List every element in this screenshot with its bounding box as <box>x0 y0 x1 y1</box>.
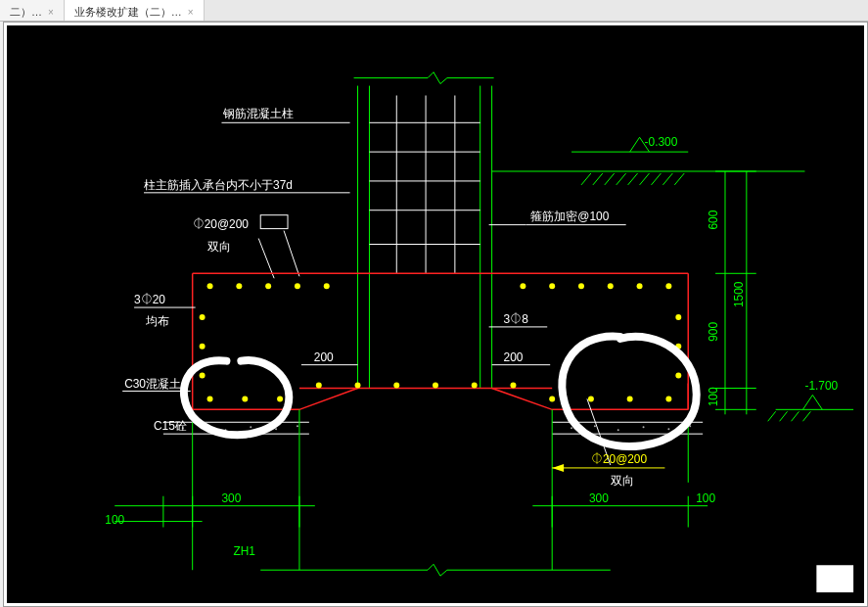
svg-point-23 <box>627 396 633 401</box>
dim-100c: 100 <box>696 491 715 505</box>
svg-point-5 <box>324 283 330 289</box>
stirrup-ticks <box>369 122 480 244</box>
label-tie: 3⏀8 <box>504 312 529 326</box>
label-left-bar: 3⏀20 <box>134 293 165 306</box>
svg-point-39 <box>617 429 619 431</box>
dim-1500: 1500 <box>732 281 746 307</box>
svg-point-15 <box>316 383 322 389</box>
svg-point-13 <box>242 396 248 401</box>
svg-point-37 <box>571 427 572 429</box>
svg-point-24 <box>665 396 671 401</box>
tab-2-label: 业务楼改扩建（二）… <box>74 5 182 20</box>
svg-point-30 <box>675 373 681 379</box>
ucs-icon <box>816 565 853 592</box>
svg-point-1 <box>207 283 213 289</box>
dim-haunch: 200 200 <box>301 350 550 365</box>
tab-bar: 二）… × 业务楼改扩建（二）… × <box>0 0 868 22</box>
svg-point-17 <box>393 383 399 389</box>
bottom-dims: 300 100 300 100 ZH1 <box>105 491 715 559</box>
label-stirrup: 箍筋加密@100 <box>530 210 609 223</box>
dim-300b: 300 <box>589 491 609 505</box>
label-column: 钢筋混凝土柱 <box>222 107 294 120</box>
svg-point-7 <box>549 283 555 289</box>
svg-point-41 <box>667 428 669 430</box>
svg-point-20 <box>510 383 516 389</box>
rebar-dots <box>200 283 682 401</box>
dim-900: 900 <box>707 322 720 342</box>
label-top-rebar: ⏀20@200 <box>193 217 250 231</box>
label-zh1: ZH1 <box>233 544 255 558</box>
label-anchorage: 柱主筋插入承台内不小于37d <box>144 178 293 192</box>
svg-point-12 <box>207 396 213 401</box>
label-top-dir: 双向 <box>207 240 231 254</box>
left-bar-note: 3⏀20 均布 <box>134 293 196 328</box>
dim-300a: 300 <box>221 491 241 505</box>
close-icon[interactable]: × <box>48 7 54 18</box>
elevation-bottom: -1.700 <box>768 379 853 421</box>
label-bot-rebar: ⏀20@200 <box>591 452 648 466</box>
elev-top-text: -0.300 <box>645 135 678 149</box>
svg-rect-0 <box>260 215 288 229</box>
cad-canvas[interactable]: 钢筋混凝土柱 -0.300 柱主筋插入承台内不小于37d ⏀20@200 双向 … <box>7 25 864 603</box>
top-rebar-note: ⏀20@200 双向 <box>193 215 299 279</box>
dim-200a: 200 <box>314 350 334 364</box>
tab-2[interactable]: 业务楼改扩建（二）… × <box>65 0 205 21</box>
tie-bar-note: 3⏀8 <box>489 312 548 327</box>
dim-100a: 100 <box>105 513 124 527</box>
svg-point-9 <box>608 283 614 289</box>
elevation-top: -0.300 <box>571 135 688 152</box>
svg-marker-43 <box>552 464 564 472</box>
svg-point-25 <box>200 314 206 320</box>
right-dims: 600 900 1500 100 <box>707 171 756 414</box>
svg-point-40 <box>643 426 645 428</box>
ground-hatch <box>581 173 684 185</box>
label-c15: C15砼 <box>154 419 187 433</box>
label-left-dist: 均布 <box>145 314 169 328</box>
break-line-bottom <box>260 564 611 576</box>
svg-point-14 <box>277 396 283 401</box>
label-c30: C30混凝土 <box>124 377 181 391</box>
highlight-right <box>562 336 696 446</box>
svg-point-10 <box>637 283 643 289</box>
canvas-frame: 钢筋混凝土柱 -0.300 柱主筋插入承台内不小于37d ⏀20@200 双向 … <box>3 22 868 607</box>
svg-point-22 <box>588 396 594 401</box>
tab-1[interactable]: 二）… × <box>0 0 65 21</box>
svg-point-27 <box>200 373 206 379</box>
svg-point-26 <box>200 344 206 350</box>
elev-bottom-text: -1.700 <box>804 379 838 393</box>
pile-cap-outline <box>193 273 689 409</box>
close-icon[interactable]: × <box>188 7 194 18</box>
dim-200b: 200 <box>504 350 524 364</box>
highlight-left <box>184 360 289 435</box>
svg-point-18 <box>433 383 438 389</box>
svg-point-2 <box>236 283 242 289</box>
svg-point-38 <box>594 425 596 427</box>
dim-600: 600 <box>707 210 720 229</box>
svg-point-36 <box>297 425 298 427</box>
svg-point-34 <box>250 426 251 428</box>
tab-1-label: 二）… <box>10 5 42 20</box>
dim-100b: 100 <box>707 387 720 406</box>
label-bot-dir: 双向 <box>611 474 634 488</box>
svg-point-21 <box>549 396 555 401</box>
svg-point-3 <box>265 283 271 289</box>
svg-point-19 <box>472 383 478 389</box>
svg-point-6 <box>520 283 525 289</box>
svg-point-4 <box>295 283 300 289</box>
svg-point-8 <box>578 283 584 289</box>
svg-point-16 <box>355 383 361 389</box>
svg-point-11 <box>665 283 671 289</box>
svg-point-28 <box>675 314 681 320</box>
break-line-top <box>354 72 494 84</box>
